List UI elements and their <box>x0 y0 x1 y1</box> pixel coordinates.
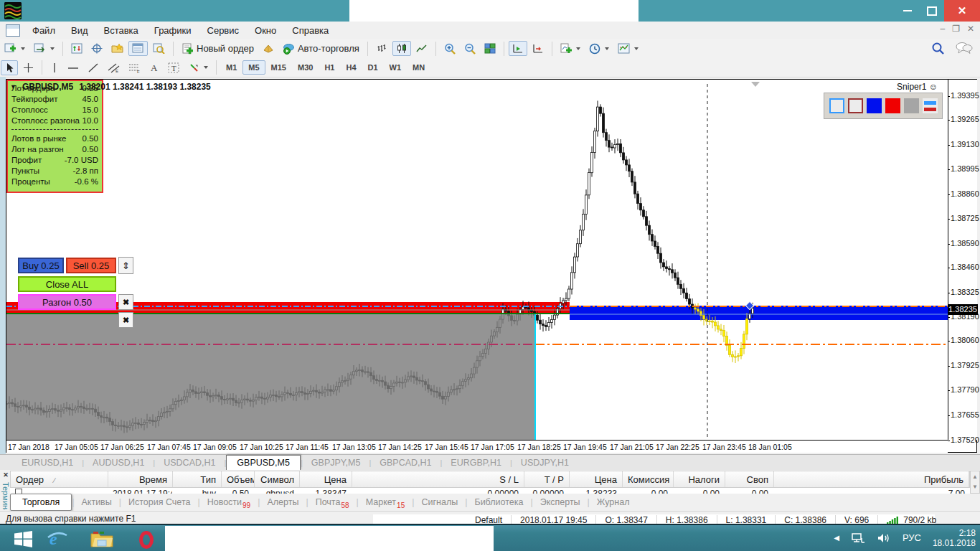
terminal-tab-8[interactable]: Библиотека <box>467 494 530 510</box>
timeframe-H4[interactable]: H4 <box>340 60 362 75</box>
terminal-tab-5[interactable]: Почта58 <box>308 494 357 510</box>
crosshair-button[interactable] <box>19 60 37 75</box>
chart-tab-EURGBPH1[interactable]: EURGBP,H1 <box>442 456 510 470</box>
swatch-red-frame[interactable] <box>848 98 863 113</box>
trendline-button[interactable] <box>84 60 103 75</box>
new-chart-button[interactable] <box>1 41 29 56</box>
chart-tab-GBPJPYM5[interactable]: GBPJPY,M5 <box>303 456 369 470</box>
timeframe-M15[interactable]: M15 <box>265 60 292 75</box>
column-header-5[interactable]: Цена <box>300 471 352 487</box>
chart-tab-USDCADH1[interactable]: USDCAD,H1 <box>155 456 224 470</box>
mdi-close-button[interactable]: ✕ <box>967 24 974 34</box>
column-header-10[interactable]: Налоги <box>674 471 725 487</box>
column-header-2[interactable]: Тип <box>173 471 222 487</box>
indicators-button[interactable] <box>557 41 584 56</box>
equidistant-channel-button[interactable]: E <box>104 60 123 75</box>
start-button[interactable] <box>7 528 39 550</box>
menu-item-0[interactable]: Файл <box>24 23 63 38</box>
terminal-close-icon[interactable]: ✕ <box>1 471 10 479</box>
column-header-3[interactable]: Объем <box>222 471 255 487</box>
scroll-up-icon[interactable]: ▲ <box>971 471 979 481</box>
menu-item-1[interactable]: Вид <box>63 23 96 38</box>
menu-item-4[interactable]: Сервис <box>199 23 248 38</box>
chart-plot-area[interactable]: ▼ GBPUSD,M5 1.38201 1.38241 1.38193 1.38… <box>6 80 948 440</box>
timeframe-D1[interactable]: D1 <box>362 60 384 75</box>
panel-close-button-2[interactable]: ✖ <box>118 312 133 328</box>
data-window-button[interactable] <box>88 41 106 56</box>
bar-chart-button[interactable] <box>372 41 391 56</box>
window-maximize-button[interactable] <box>920 0 944 22</box>
network-icon[interactable] <box>851 532 865 544</box>
vertical-line-button[interactable] <box>47 60 62 75</box>
timeframe-W1[interactable]: W1 <box>384 60 407 75</box>
chart-tab-GBPCADH1[interactable]: GBPCAD,H1 <box>371 456 440 470</box>
tile-windows-button[interactable] <box>481 41 499 56</box>
search-icon[interactable] <box>931 42 946 55</box>
terminal-button[interactable] <box>128 41 148 56</box>
column-header-12[interactable]: Прибыль <box>774 471 969 487</box>
column-header-1[interactable]: Время <box>108 471 173 487</box>
timeframe-M30[interactable]: M30 <box>292 60 319 75</box>
autotrading-button[interactable]: Авто-торговля <box>279 41 363 57</box>
column-header-11[interactable]: Своп <box>725 471 774 487</box>
opera-icon[interactable] <box>131 528 162 551</box>
text-label-button[interactable]: T <box>164 60 184 75</box>
terminal-tab-1[interactable]: Активы <box>74 494 118 510</box>
terminal-tab-2[interactable]: История Счета <box>121 494 197 510</box>
menu-item-3[interactable]: Графики <box>146 23 199 38</box>
swatch-red[interactable] <box>885 98 900 113</box>
terminal-tab-9[interactable]: Эксперты <box>533 494 588 510</box>
window-minimize-button[interactable] <box>895 0 920 22</box>
orders-table-row[interactable]: 2018.01.17 19:45buy0.50gbpusd1.383470.00… <box>10 488 970 494</box>
buy-button[interactable]: Buy 0.25 <box>18 258 64 273</box>
terminal-tab-3[interactable]: Новости99 <box>200 494 258 510</box>
terminal-tab-7[interactable]: Сигналы <box>414 494 465 510</box>
chart-tab-USDJPYH1[interactable]: USDJPY,H1 <box>512 456 578 470</box>
new-order-button[interactable]: Новый ордер <box>178 41 258 57</box>
timeframe-MN[interactable]: MN <box>407 60 430 75</box>
file-explorer-icon[interactable] <box>86 528 118 550</box>
scroll-down-icon[interactable]: ▼ <box>971 481 979 491</box>
templates-button[interactable] <box>614 41 642 56</box>
chart-dropdown-icon[interactable]: ▼ <box>10 83 17 90</box>
strategy-tester-button[interactable] <box>149 41 169 56</box>
column-header-4[interactable]: Символ <box>255 471 300 487</box>
line-chart-button[interactable] <box>413 41 431 56</box>
column-header-6[interactable]: S / L <box>352 471 524 487</box>
internet-explorer-icon[interactable]: e <box>42 528 73 550</box>
chart-shift-button[interactable] <box>529 41 547 56</box>
chart-tab-AUDUSDH1[interactable]: AUDUSD,H1 <box>84 456 153 470</box>
panel-close-button-1[interactable]: ✖ <box>118 294 133 310</box>
razgon-button[interactable]: Разгон 0.50 <box>18 294 116 310</box>
timeframe-M5[interactable]: M5 <box>242 60 265 75</box>
metaeditor-button[interactable] <box>259 41 278 56</box>
menu-item-5[interactable]: Окно <box>247 23 284 38</box>
mdi-restore-button[interactable]: ❐ <box>952 24 960 34</box>
terminal-scrollbar[interactable]: ▲ ▼ <box>970 471 980 494</box>
timeframe-H1[interactable]: H1 <box>319 60 340 75</box>
terminal-tab-10[interactable]: Журнал <box>590 494 637 510</box>
mdi-minimize-button[interactable]: – <box>940 24 945 34</box>
periods-button[interactable] <box>585 41 613 57</box>
chart-tab-GBPUSDM5[interactable]: GBPUSD,M5 <box>226 455 301 470</box>
tray-expand-icon[interactable]: ◀ <box>834 534 839 542</box>
sell-button[interactable]: Sell 0.25 <box>66 258 116 273</box>
candlestick-chart-button[interactable] <box>392 41 411 56</box>
updown-button[interactable]: ⇕ <box>118 257 133 274</box>
close-all-button[interactable]: Close ALL <box>18 276 116 292</box>
chat-icon[interactable] <box>956 42 973 55</box>
orders-table-header[interactable]: Ордер∕ВремяТипОбъемСимволЦенаS / LT / PЦ… <box>10 471 970 488</box>
timeframe-M1[interactable]: M1 <box>220 60 242 75</box>
terminal-tab-4[interactable]: Алерты <box>260 494 306 510</box>
arrows-button[interactable] <box>185 60 212 75</box>
autoscroll-button[interactable] <box>509 41 527 56</box>
navigator-button[interactable] <box>108 41 127 56</box>
terminal-tab-6[interactable]: Маркет15 <box>359 494 412 510</box>
taskbar-clock[interactable]: 2:18 18.01.2018 <box>933 528 976 548</box>
column-header-8[interactable]: Цена <box>570 471 623 487</box>
speaker-icon[interactable] <box>877 532 891 544</box>
market-watch-button[interactable] <box>67 41 86 56</box>
zoom-in-button[interactable] <box>440 41 459 57</box>
horizontal-line-button[interactable] <box>64 60 83 75</box>
column-header-7[interactable]: T / P <box>524 471 570 487</box>
